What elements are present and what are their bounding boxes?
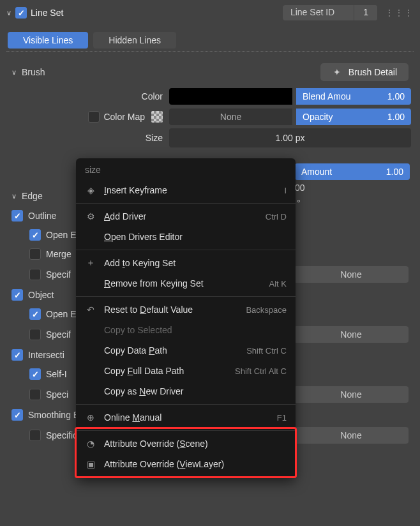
undo-icon: ↶ — [85, 304, 96, 315]
edge-label: Edge — [22, 191, 43, 201]
ctx-add-driver[interactable]: ⚙ Add Driver Ctrl D — [76, 206, 296, 227]
ctx-separator — [76, 203, 296, 204]
edge-chevron[interactable]: ∨ — [11, 192, 17, 200]
ctx-attr-override-viewlayer[interactable]: ▣ Attribute Override (ViewLayer) — [76, 454, 296, 474]
colormap-checkbox[interactable] — [88, 111, 100, 123]
specific-checkbox-2[interactable] — [29, 329, 41, 340]
ctx-copy-selected: Copy to Selected — [76, 320, 296, 340]
ctx-copy-new-driver[interactable]: Copy as New Driver — [76, 381, 296, 402]
ctx-attr-override-scene[interactable]: ◔ Attribute Override (Scene) — [76, 433, 296, 454]
specific-checkbox-1[interactable] — [29, 269, 41, 280]
collapse-chevron[interactable]: ∨ — [6, 9, 11, 17]
brush-chevron[interactable]: ∨ — [11, 68, 17, 77]
ctx-copy-data-path[interactable]: Copy Data Path Shift Ctrl C — [76, 340, 296, 361]
ctx-separator — [76, 404, 296, 405]
self-checkbox[interactable] — [29, 368, 41, 380]
panel-header: ∨ Line Set Line Set ID 1 ⋮⋮⋮ — [0, 0, 420, 26]
context-menu: size ◈ Insert Keyframe I ⚙ Add Driver Ct… — [76, 158, 296, 478]
brush-properties: Color Blend Amou 1.00 Color Map None Opa… — [0, 86, 420, 159]
object-checkbox[interactable] — [11, 289, 23, 301]
partial-value-00: 00 — [295, 183, 305, 193]
tab-hidden-lines[interactable]: Hidden Lines — [93, 32, 176, 49]
specific-brush-checkbox[interactable] — [29, 430, 41, 441]
keying-add-icon: ＋ — [85, 257, 96, 269]
brush-label: Brush — [22, 67, 45, 77]
ctx-reset-default[interactable]: ↶ Reset to Default Value Backspace — [76, 299, 296, 320]
specific-checkbox-3[interactable] — [29, 389, 41, 400]
open-edge-checkbox[interactable] — [29, 229, 41, 241]
viewlayer-icon: ▣ — [85, 458, 96, 470]
driver-icon: ⚙ — [85, 211, 96, 222]
tab-visible-lines[interactable]: Visible Lines — [8, 32, 88, 49]
ctx-remove-keying-set[interactable]: Remove from Keying Set Alt K — [76, 273, 296, 294]
globe-icon: ⊕ — [85, 412, 96, 423]
ctx-separator — [76, 250, 296, 250]
keyframe-icon: ◈ — [85, 184, 96, 196]
outline-checkbox[interactable] — [11, 210, 23, 222]
checker-icon — [151, 111, 163, 123]
tabs: Visible Lines Hidden Lines — [8, 32, 412, 49]
specific-none-4[interactable]: None — [294, 427, 409, 444]
colormap-label: Color Map — [9, 111, 165, 123]
amount-field[interactable]: Amount 1.00 — [295, 163, 410, 180]
ctx-title: size — [76, 158, 296, 180]
divider — [6, 51, 414, 52]
specific-none-3[interactable]: None — [294, 386, 409, 403]
ctx-separator — [76, 296, 296, 297]
specific-none-1[interactable]: None — [294, 266, 409, 283]
specific-none-2[interactable]: None — [294, 326, 409, 343]
smoothing-checkbox[interactable] — [11, 409, 23, 421]
color-label: Color — [9, 91, 165, 101]
blend-amount-field[interactable]: Blend Amou 1.00 — [296, 88, 411, 105]
size-slider[interactable]: 1.00 px — [169, 128, 411, 147]
color-swatch[interactable] — [169, 88, 292, 105]
ctx-copy-full-data-path[interactable]: Copy Full Data Path Shift Ctrl Alt C — [76, 361, 296, 381]
ctx-open-drivers-editor[interactable]: Open Drivers Editor — [76, 227, 296, 247]
open-edge-checkbox-2[interactable] — [29, 308, 41, 320]
ctx-online-manual[interactable]: ⊕ Online Manual F1 — [76, 407, 296, 428]
size-label: Size — [9, 133, 165, 143]
brush-detail-icon: ✦ — [332, 67, 342, 77]
brush-detail-button[interactable]: ✦ Brush Detail — [320, 63, 409, 81]
intersection-checkbox[interactable] — [11, 349, 23, 361]
lineset-id-field[interactable]: Line Set ID 1 — [283, 5, 377, 20]
lineset-enable-checkbox[interactable] — [15, 7, 27, 19]
colormap-none-field[interactable]: None — [169, 109, 292, 125]
ctx-insert-keyframe[interactable]: ◈ Insert Keyframe I — [76, 180, 296, 200]
drag-grip-icon[interactable]: ⋮⋮⋮ — [385, 8, 414, 18]
partial-degree: ° — [297, 198, 301, 208]
merge-checkbox[interactable] — [29, 248, 41, 260]
scene-icon: ◔ — [85, 438, 96, 449]
brush-section-header: ∨ Brush ✦ Brush Detail — [0, 58, 420, 86]
ctx-add-keying-set[interactable]: ＋ Add to Keying Set — [76, 253, 296, 273]
panel-title: Line Set — [31, 8, 63, 18]
opacity-field[interactable]: Opacity 1.00 — [296, 109, 411, 125]
ctx-separator — [76, 430, 296, 431]
